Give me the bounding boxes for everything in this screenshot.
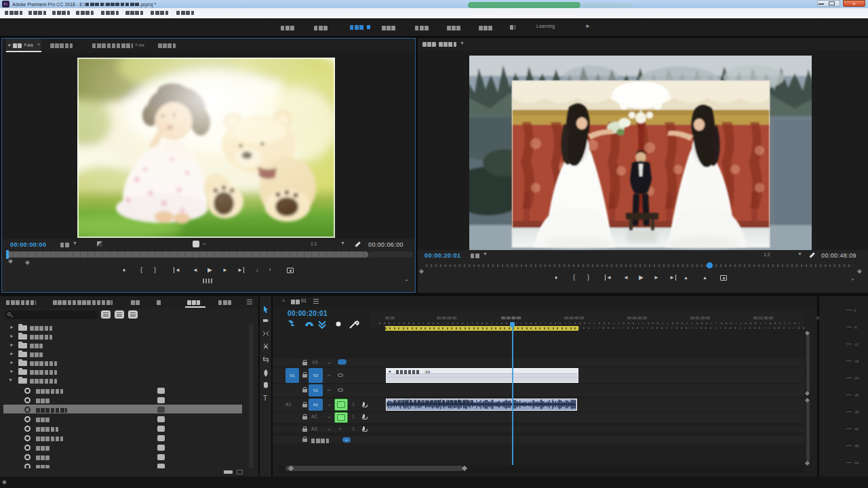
svg-text:T: T <box>263 394 267 402</box>
